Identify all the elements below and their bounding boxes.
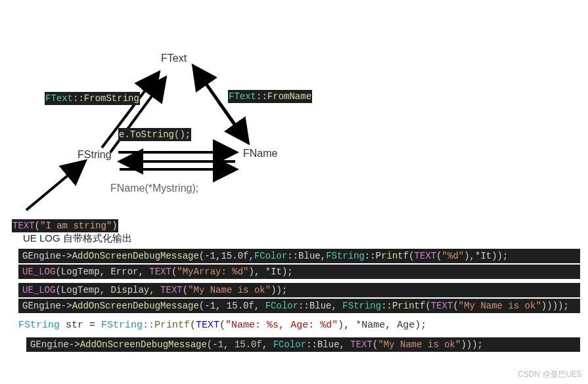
arrows-svg (0, 0, 588, 230)
label-fname-constructor: FName(*Mystring); (110, 182, 198, 194)
section-title: UE LOG 自带格式化输出 (23, 232, 588, 245)
code-line-1: GEngine->AddOnScreenDebugMessage(-1,15.0… (18, 249, 580, 263)
label-ftext-fromname: FText::FromName (228, 90, 312, 103)
node-fname: FName (243, 148, 277, 160)
label-text-macro-example: TEXT("I am string") (12, 219, 118, 232)
node-ftext: FText (161, 53, 187, 64)
svg-line-7 (26, 161, 85, 210)
code-block-1: GEngine->AddOnScreenDebugMessage(-1,15.0… (0, 249, 588, 279)
watermark: CSDN @曼巴UE5 (518, 369, 581, 380)
code-line-2: UE_LOG(LogTemp, Error, TEXT("MyArray: %d… (18, 265, 580, 279)
code-line-5: FString str = FString::Printf(TEXT("Name… (18, 320, 580, 331)
code-line-4: GEngine->AddOnScreenDebugMessage(-1, 15.… (18, 299, 580, 313)
code-line-6: GEngine->AddOnScreenDebugMessage(-1, 15.… (26, 337, 580, 352)
svg-line-2 (196, 69, 248, 143)
code-block-2: UE_LOG(LogTemp, Display, TEXT("My Name i… (0, 283, 588, 313)
label-tostring: e.ToString(); (118, 128, 191, 141)
code-line-3: UE_LOG(LogTemp, Display, TEXT("My Name i… (18, 283, 580, 297)
conversion-diagram: FText FString FName FText::FromString FT… (0, 0, 588, 230)
node-fstring: FString (78, 149, 112, 161)
label-ftext-fromstring: FText::FromString (45, 92, 140, 105)
code-block-3: GEngine->AddOnScreenDebugMessage(-1, 15.… (0, 337, 588, 352)
